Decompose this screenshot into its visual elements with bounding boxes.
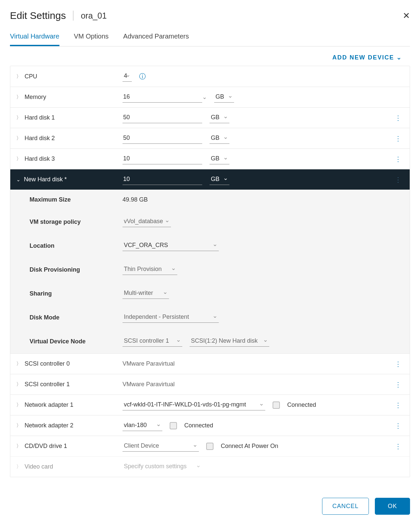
expand-video-icon[interactable]: 〉 — [16, 464, 21, 470]
cd-connect-label: Connect At Power On — [221, 443, 278, 450]
new-hard-disk-actions-icon[interactable]: ⋮ — [395, 176, 401, 183]
net2-network-select[interactable]: vlan-180 — [123, 420, 162, 431]
scsi0-actions-icon[interactable]: ⋮ — [395, 360, 401, 368]
hd3-size-input[interactable] — [123, 154, 202, 164]
net2-connected-label: Connected — [184, 422, 213, 429]
hd3-label: Hard disk 3 — [25, 155, 55, 162]
vdn-controller-select[interactable]: SCSI controller 1 — [123, 336, 182, 347]
net2-connected-checkbox[interactable] — [170, 422, 177, 429]
net1-network-select[interactable]: vcf-wkld-01-IT-INF-WKLD-01-vds-01-pg-mgm… — [123, 400, 265, 410]
location-select[interactable]: VCF_ORA_CRS — [123, 240, 219, 251]
expand-memory-icon[interactable]: 〉 — [16, 94, 21, 100]
dialog-title: Edit Settings — [10, 10, 66, 21]
cd-label: CD/DVD drive 1 — [25, 443, 67, 450]
chevron-down-icon[interactable]: ⌄ — [202, 94, 207, 101]
add-new-device-button[interactable]: ADD NEW DEVICE ⌄ — [10, 46, 410, 66]
hd2-size-input[interactable] — [123, 133, 202, 144]
cd-actions-icon[interactable]: ⋮ — [395, 443, 401, 450]
net1-connected-checkbox[interactable] — [273, 401, 280, 409]
location-label: Location — [16, 242, 123, 249]
scsi0-value: VMware Paravirtual — [123, 360, 175, 367]
memory-unit-select[interactable]: GB — [214, 92, 234, 103]
cd-connect-checkbox[interactable] — [206, 443, 213, 450]
tab-advanced-parameters[interactable]: Advanced Parameters — [123, 33, 189, 46]
vm-storage-policy-select[interactable]: vVol_database — [123, 217, 171, 227]
expand-hd3-icon[interactable]: 〉 — [16, 156, 21, 162]
sharing-label: Sharing — [16, 290, 123, 297]
memory-label: Memory — [25, 94, 46, 101]
sharing-select[interactable]: Multi-writer — [123, 288, 169, 299]
cancel-button[interactable]: CANCEL — [322, 498, 369, 515]
virtual-device-node-label: Virtual Device Node — [16, 338, 123, 345]
expand-cpu-icon[interactable]: 〉 — [16, 73, 21, 80]
memory-value-input[interactable] — [123, 92, 202, 103]
net1-connected-label: Connected — [287, 401, 316, 408]
net1-label: Network adapter 1 — [25, 401, 73, 408]
hd2-unit-select[interactable]: GB — [210, 133, 229, 144]
chevron-down-icon: ⌄ — [396, 54, 402, 61]
net2-label: Network adapter 2 — [25, 422, 73, 429]
expand-cd-icon[interactable]: 〉 — [16, 443, 21, 449]
cpu-count-select[interactable]: 4 — [123, 71, 132, 82]
vdn-slot-select[interactable]: SCSI(1:2) New Hard disk — [190, 336, 269, 347]
vm-name: ora_01 — [81, 11, 107, 21]
new-hard-disk-size-input[interactable] — [123, 174, 202, 185]
hd1-actions-icon[interactable]: ⋮ — [395, 114, 401, 122]
close-icon[interactable]: ✕ — [403, 11, 410, 21]
hd2-label: Hard disk 2 — [25, 135, 55, 142]
net1-actions-icon[interactable]: ⋮ — [395, 401, 401, 409]
new-hard-disk-label: New Hard disk * — [24, 176, 67, 183]
vm-storage-policy-label: VM storage policy — [16, 219, 123, 225]
ok-button[interactable]: OK — [375, 498, 410, 515]
hd1-unit-select[interactable]: GB — [210, 113, 229, 123]
hd2-actions-icon[interactable]: ⋮ — [395, 135, 401, 142]
tab-virtual-hardware[interactable]: Virtual Hardware — [10, 33, 59, 46]
disk-provisioning-label: Disk Provisioning — [16, 266, 123, 273]
cd-device-select[interactable]: Client Device — [123, 441, 199, 452]
expand-net2-icon[interactable]: 〉 — [16, 422, 21, 429]
title-separator — [73, 11, 73, 21]
hd1-size-input[interactable] — [123, 113, 202, 123]
expand-hd2-icon[interactable]: 〉 — [16, 135, 21, 141]
hd1-label: Hard disk 1 — [25, 114, 55, 121]
net2-actions-icon[interactable]: ⋮ — [395, 422, 401, 429]
hd3-unit-select[interactable]: GB — [210, 154, 229, 164]
cpu-label: CPU — [25, 73, 37, 80]
maximum-size-label: Maximum Size — [16, 196, 123, 203]
scsi0-label: SCSI controller 0 — [25, 360, 70, 367]
expand-scsi1-icon[interactable]: 〉 — [16, 381, 21, 388]
video-settings-select[interactable]: Specify custom settings — [123, 462, 202, 472]
video-label: Video card — [25, 463, 53, 470]
disk-mode-select[interactable]: Independent - Persistent — [123, 312, 219, 323]
expand-net1-icon[interactable]: 〉 — [16, 402, 21, 408]
add-new-device-label: ADD NEW DEVICE — [332, 54, 394, 61]
expand-hd1-icon[interactable]: 〉 — [16, 115, 21, 121]
info-icon[interactable]: ⓘ — [139, 72, 146, 81]
new-hard-disk-unit-select[interactable]: GB — [210, 174, 229, 185]
disk-mode-label: Disk Mode — [16, 314, 123, 321]
scsi1-actions-icon[interactable]: ⋮ — [395, 381, 401, 388]
hd3-actions-icon[interactable]: ⋮ — [395, 155, 401, 163]
disk-provisioning-select[interactable]: Thin Provision — [123, 264, 177, 275]
collapse-new-hard-disk-icon[interactable]: ⌄ — [16, 177, 21, 183]
scsi1-label: SCSI controller 1 — [25, 381, 70, 388]
tab-vm-options[interactable]: VM Options — [74, 33, 109, 46]
scsi1-value: VMware Paravirtual — [123, 381, 175, 388]
maximum-size-value: 49.98 GB — [123, 196, 148, 203]
expand-scsi0-icon[interactable]: 〉 — [16, 361, 21, 367]
